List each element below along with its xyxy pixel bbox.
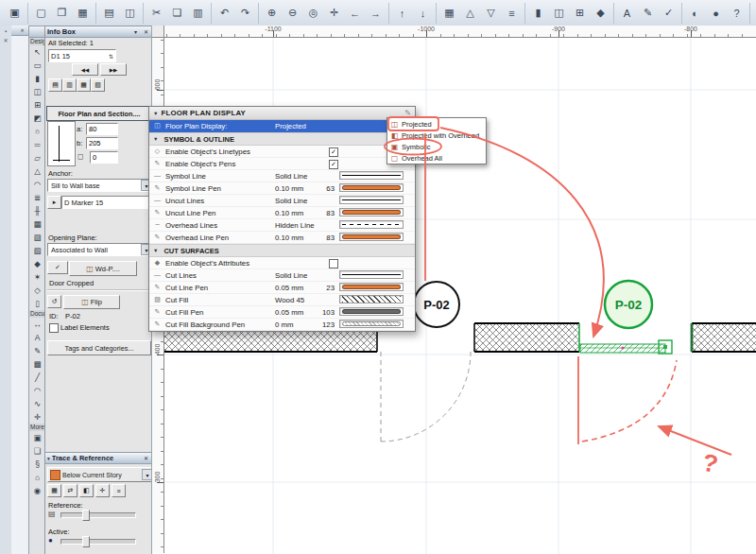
next-view-icon[interactable]: → (366, 3, 386, 23)
zoom-fit-icon[interactable]: ◎ (303, 3, 323, 23)
preview-swatch[interactable] (339, 196, 404, 204)
tool-drawing[interactable]: ❏ (30, 444, 44, 458)
toolbox-section-more[interactable]: More (29, 424, 45, 431)
paste-icon[interactable]: ▥ (188, 3, 208, 23)
preview-swatch[interactable] (339, 183, 404, 192)
trace-contrast-icon[interactable]: ◧ (79, 484, 94, 497)
checkbox[interactable]: ✓ (329, 160, 338, 169)
zoom-out-icon[interactable]: ⊖ (283, 3, 302, 23)
tool-shell[interactable]: ◠ (30, 178, 44, 191)
toolbox-titlebar[interactable] (29, 26, 45, 38)
tool-curtain-wall[interactable]: ▦ (30, 217, 44, 231)
trace-story-button[interactable]: Below Current Story ▾ (47, 467, 153, 482)
settings-row[interactable]: ✎Cut Fill Pen0.05 mm103 (149, 306, 415, 319)
floor-plan-display-header[interactable]: ▼ FLOOR PLAN DISPLAY ✎ (149, 107, 415, 120)
checkbox[interactable] (329, 259, 338, 268)
tool-fill[interactable]: ▩ (30, 357, 44, 371)
tool-morph[interactable]: ◇ (30, 284, 44, 297)
close-icon[interactable]: ✕ (18, 27, 26, 33)
previous-view-icon[interactable]: ← (345, 3, 365, 23)
selection-handle-dot[interactable] (663, 345, 667, 349)
slider-thumb[interactable] (82, 536, 90, 547)
marker-toggle-button[interactable]: ▸ (47, 196, 61, 209)
pen-icon[interactable]: ✎ (404, 109, 411, 117)
tags-categories-button[interactable]: Tags and Categories... (47, 340, 151, 355)
floor-plan-section-button[interactable]: Floor Plan and Section.... (46, 106, 152, 121)
opening-plane-select[interactable]: Associated to Wall ▾ (47, 243, 153, 256)
wall-right[interactable] (692, 323, 756, 352)
tool-stair[interactable]: ≣ (30, 191, 44, 204)
settings-row[interactable]: —Symbol LineSolid Line (149, 170, 415, 182)
mirror-icon-button[interactable]: ↺ (47, 295, 61, 308)
tool-roof[interactable]: △ (30, 164, 44, 178)
print-icon[interactable]: ▤ (99, 3, 119, 23)
close-icon[interactable]: ✕ (2, 37, 9, 44)
tool-section[interactable]: § (30, 458, 44, 471)
display-option-button-4[interactable]: ▧ (91, 78, 105, 92)
tool-lamp[interactable]: ✶ (30, 270, 44, 284)
snap-icon[interactable]: △ (460, 3, 480, 23)
dimension-marker-check-button[interactable]: ✓ (47, 261, 68, 274)
grid-icon[interactable]: ▦ (439, 3, 459, 23)
trace-options-icon[interactable]: ≡ (112, 484, 126, 497)
preview-swatch[interactable] (339, 307, 404, 316)
print-preview-icon[interactable]: ◫ (120, 3, 140, 23)
collapse-triangle-icon[interactable]: ▾ (47, 456, 50, 461)
tool-arrow[interactable]: ↖ (30, 45, 44, 59)
redo-icon[interactable]: ↷ (235, 3, 255, 23)
preview-swatch[interactable] (339, 283, 404, 291)
new-document-icon[interactable]: ▢ (31, 3, 51, 23)
close-icon[interactable]: ✕ (142, 455, 150, 461)
panel-section-header[interactable]: ▼SYMBOL & OUTLINE (149, 132, 415, 146)
preview-swatch[interactable] (339, 233, 404, 241)
door-marker-1[interactable]: P-02 (414, 282, 459, 327)
label-elements-checkbox[interactable] (49, 323, 59, 333)
layers-icon[interactable]: ≡ (502, 3, 522, 23)
tool-slab[interactable]: ▱ (30, 151, 44, 164)
settings-row[interactable]: ✎Uncut Line Pen0.10 mm83 (149, 207, 415, 219)
checkbox[interactable]: ✓ (329, 147, 338, 157)
panel-section-header[interactable]: ▼CUT SURFACES (149, 244, 415, 257)
prev-element-button[interactable]: ◀◀ (72, 63, 98, 76)
settings-row[interactable]: ◆Enable Object's Attributes (149, 257, 415, 269)
gravity-icon[interactable]: ▽ (481, 3, 501, 23)
cut-icon[interactable]: ✂ (146, 3, 166, 23)
copy-icon[interactable]: ❏ (167, 3, 187, 23)
story-up-icon[interactable]: ↑ (392, 3, 412, 23)
dock-handle-icon[interactable]: ▪ (2, 27, 9, 35)
settings-row[interactable]: ✎Symbol Line Pen0.10 mm63 (149, 182, 415, 195)
tool-window[interactable]: ⊞ (30, 98, 44, 112)
tool-marquee[interactable]: ▭ (30, 59, 44, 72)
marker-field[interactable]: D Marker 15 (61, 196, 153, 209)
flip-button[interactable]: ◫ Flip (63, 295, 120, 309)
trace-swap-icon[interactable]: ⇄ (63, 484, 77, 497)
settings-row[interactable]: ✎Cut Line Pen0.05 mm23 (149, 282, 415, 294)
trace-switch-icon[interactable]: ▦ (47, 484, 61, 497)
options-check-icon[interactable]: ✓ (659, 3, 679, 23)
panel-options-icon[interactable]: ▾ (131, 28, 140, 35)
help-icon[interactable]: ? (727, 3, 747, 23)
toolbox-section-docu[interactable]: Docu (29, 310, 45, 318)
tool-arc[interactable]: ◠ (30, 384, 44, 397)
window-tool-icon[interactable]: ⊞ (570, 3, 590, 23)
text-tool-icon[interactable]: A (617, 3, 637, 23)
edit-hotspot[interactable] (621, 346, 624, 349)
tool-column[interactable]: ○ (30, 125, 44, 138)
dim-a-input[interactable] (86, 123, 118, 135)
tool-skylight[interactable]: ◩ (30, 112, 44, 125)
story-down-icon[interactable]: ↓ (413, 3, 433, 23)
collapsed-panel-titlebar[interactable]: ✕ (11, 26, 28, 36)
tool-spline[interactable]: ∿ (30, 397, 44, 410)
tool-zone[interactable]: ▧ (30, 244, 44, 257)
zoom-in-icon[interactable]: ⊕ (262, 3, 282, 23)
display-option-button-2[interactable]: ▥ (62, 78, 77, 92)
tool-label[interactable]: ✎ (30, 344, 44, 357)
preview-swatch[interactable] (339, 295, 404, 303)
settings-row[interactable]: ✎Enable Object's Pens✓ (149, 158, 415, 170)
next-element-button[interactable]: ▶▶ (100, 63, 127, 76)
close-icon[interactable]: ✕ (142, 28, 150, 35)
undo-icon[interactable]: ↶ (215, 3, 234, 23)
tool-object[interactable]: ◆ (30, 257, 44, 270)
settings-row[interactable]: ┄Overhead LinesHidden Line (149, 219, 415, 232)
display-option-button-1[interactable]: ▤ (48, 78, 62, 92)
